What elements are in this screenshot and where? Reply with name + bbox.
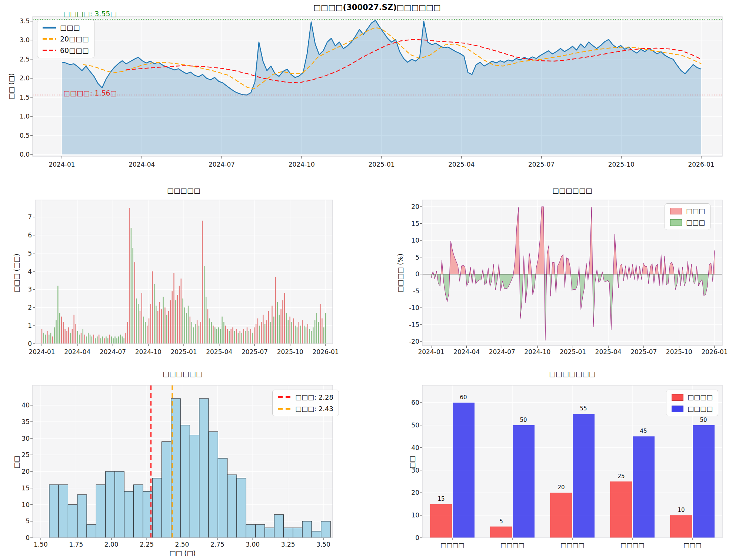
volume-bar [243,329,244,344]
volume-bar [286,313,287,344]
volume-bar [132,248,133,344]
volume-bar [202,221,203,344]
volume-y-tick-label: 1 [28,322,32,329]
volume-bar [300,326,301,344]
blue-bar [453,403,475,538]
median-line-swatch [278,396,291,398]
returns-y-tick-label: -10 [409,304,419,311]
volume-bar [156,306,156,344]
returns-y-tick-label: 20 [411,203,419,210]
legend-label: □□□ [686,219,705,226]
down-days-swatch [670,219,682,226]
volume-bar [295,326,296,344]
volume-bar [61,317,62,344]
volume-bar [166,315,167,344]
volume-bar [259,326,260,344]
volume-bar [199,326,199,344]
volume-y-axis-label: □□□ (□□) [13,254,20,293]
volume-bar [107,338,108,344]
volume-bar [70,333,71,344]
volume-bar [266,320,267,344]
volume-x-tick-label: 2024-01 [29,348,55,356]
volume-bar [304,326,304,344]
blue-bar-value-label: 50 [520,417,527,423]
ma20-line-swatch [43,38,56,40]
grouped-y-tick-label: 0 [415,534,419,541]
histogram-bar [152,478,162,538]
histogram-bar [96,485,105,538]
volume-bar [131,228,132,344]
volume-bar [314,320,315,344]
volume-bar [277,302,278,344]
volume-bar [45,335,46,344]
volume-bar [270,322,270,344]
volume-bar [173,273,174,344]
grouped-y-tick-label: 30 [411,467,419,474]
volume-bar [318,322,319,344]
legend-item-blue-series: □□□□ [672,405,713,413]
volume-bar [230,329,231,344]
volume-bar [127,322,128,344]
grouped-x-tick-label: □□□□ [560,541,584,549]
volume-x-tick-label: 2024-07 [100,348,126,356]
histogram-bar [134,485,143,538]
volume-bar [223,322,224,344]
returns-x-tick-label: 2024-07 [489,348,515,356]
volume-bar [306,327,306,344]
volume-bar [75,324,76,344]
price-y-tick-label: 0.5 [20,132,30,139]
volume-bar [193,327,194,344]
volume-bar [145,322,146,344]
histogram-x-tick-label: 3.00 [246,541,260,548]
legend-label: □□□ [686,207,705,215]
histogram-x-tick-label: 3.50 [316,541,330,548]
red-bar-value-label: 15 [437,496,445,502]
legend-item-down-days: □□□ [670,219,705,226]
histogram-bar [237,478,246,538]
grouped-y-tick-label: 40 [411,444,419,451]
volume-bar [261,322,262,344]
histogram-bar [246,524,255,538]
legend-item-close: □□□ [43,23,89,31]
price-x-tick-label: 2025-01 [368,161,395,168]
volume-bar [72,329,73,344]
volume-bar [182,299,183,344]
returns-y-tick-label: -20 [409,338,419,345]
volume-bar [238,333,239,344]
volume-bar [50,333,51,344]
volume-bar [57,286,58,344]
volume-bar [125,333,126,344]
volume-bar [236,329,237,344]
volume-bar [179,286,180,344]
volume-bar [257,319,258,344]
volume-bar [307,324,308,344]
figure: □□□□(300027.SZ)□□□□□□ □□□□□ □□□□□□ □□□□□… [0,0,729,560]
blue-bar [513,425,535,538]
volume-bar [66,331,67,344]
volume-bar [195,324,196,344]
volume-bar [186,313,187,344]
volume-bar [191,322,192,344]
price-x-tick-label: 2024-10 [289,161,315,168]
legend-label: □□□ [60,23,80,31]
histogram-x-tick-label: 1.50 [34,541,48,548]
volume-bar [152,271,153,344]
volume-bar [289,317,290,344]
volume-bar [163,297,163,344]
returns-x-tick-label: 2024-04 [453,348,480,356]
volume-bar [47,331,47,344]
price-y-tick-label: 3.0 [20,36,30,44]
histogram-chart-title: □□□□□□ [163,370,203,378]
volume-bar [43,333,44,344]
histogram-bar [115,471,124,538]
volume-bar [209,319,210,344]
returns-y-tick-label: -5 [413,287,419,295]
returns-x-tick-label: 2025-04 [595,348,622,356]
volume-bar [273,317,274,344]
volume-bar [211,322,212,344]
volume-bar [282,300,283,344]
legend-label: 60□□□ [60,46,89,54]
returns-y-axis-label: □□□□ (%) [396,254,404,293]
volume-bar [161,309,162,344]
histogram-bar [59,485,68,538]
